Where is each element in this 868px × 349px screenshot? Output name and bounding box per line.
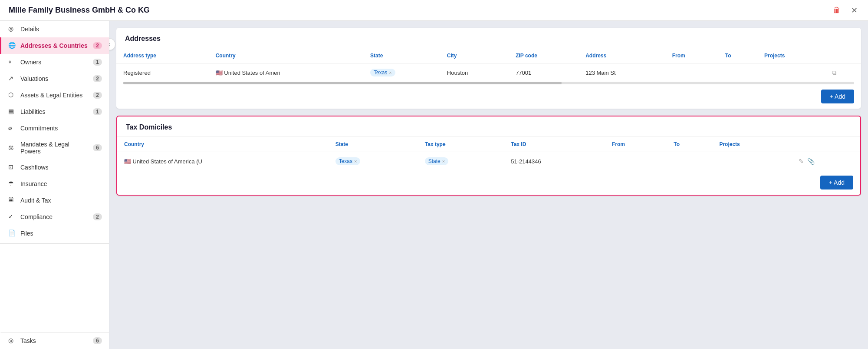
sidebar-item-label: Files <box>20 230 102 237</box>
sidebar-item-label: Tasks <box>20 337 89 344</box>
addresses-section: Addresses Address type Country State Cit… <box>116 28 861 109</box>
row-actions: ✎ 📎 <box>799 158 853 165</box>
sidebar-item-label: Liabilities <box>20 108 89 115</box>
col-to: To <box>667 137 712 152</box>
commitments-icon: ⌀ <box>8 124 16 132</box>
files-icon: 📄 <box>8 229 16 237</box>
scroll-thumb <box>123 82 562 84</box>
city-cell: Houston <box>440 63 509 82</box>
country-flag: 🇺🇸 <box>216 70 223 76</box>
sidebar-item-label: Details <box>20 26 102 33</box>
address-type-cell: Registered <box>116 63 209 82</box>
page-title: Mille Family Business GmbH & Co KG <box>9 6 150 15</box>
delete-button[interactable]: 🗑 <box>831 4 842 17</box>
app-container: Mille Family Business GmbH & Co KG 🗑 ✕ ◎… <box>0 0 868 349</box>
sidebar-item-compliance[interactable]: ✓ Compliance 2 <box>0 209 109 225</box>
to-cell <box>718 63 757 82</box>
state-remove-button[interactable]: × <box>354 159 357 164</box>
details-icon: ◎ <box>8 25 16 33</box>
sidebar-item-addresses-countries[interactable]: 🌐 Addresses & Countries 2 <box>0 37 109 54</box>
tax-domiciles-table: Country State Tax type Tax ID From To Pr… <box>117 137 860 170</box>
tasks-icon: ◎ <box>8 337 16 345</box>
sidebar-divider <box>0 243 109 244</box>
insurance-icon: ☂ <box>8 180 16 188</box>
sidebar-item-assets-legal[interactable]: ⬡ Assets & Legal Entities 2 <box>0 87 109 103</box>
sidebar-item-label: Commitments <box>20 125 102 132</box>
zip-cell: 77001 <box>509 63 579 82</box>
tax-domiciles-table-wrapper: Country State Tax type Tax ID From To Pr… <box>117 137 860 170</box>
sidebar-item-label: Audit & Tax <box>20 197 102 204</box>
sidebar-item-label: Valuations <box>20 75 89 82</box>
edit-icon[interactable]: ✎ <box>799 158 804 165</box>
content-area: Addresses Address type Country State Cit… <box>109 21 868 349</box>
col-address: Address <box>579 48 665 63</box>
col-country: Country <box>117 137 329 152</box>
tax-domiciles-section: Tax Domiciles Country State Tax type Tax… <box>116 116 861 196</box>
sidebar-item-label: Insurance <box>20 180 102 187</box>
tax-type-chip: State × <box>425 157 448 165</box>
to-cell <box>667 152 712 171</box>
col-actions <box>825 48 861 63</box>
title-bar-right: 🗑 ✕ <box>831 4 859 17</box>
sidebar-item-owners[interactable]: ⌖ Owners 1 <box>0 54 109 70</box>
state-remove-button[interactable]: × <box>389 70 391 75</box>
mandates-badge: 6 <box>93 144 102 151</box>
row-actions: ⧉ <box>832 69 854 76</box>
title-bar-left: Mille Family Business GmbH & Co KG <box>9 6 150 15</box>
addresses-section-header: Addresses <box>116 28 861 48</box>
col-actions <box>792 137 860 152</box>
sidebar-item-tasks[interactable]: ◎ Tasks 6 <box>0 332 109 349</box>
addresses-table-wrapper: Address type Country State City ZIP code… <box>116 48 861 82</box>
col-from: From <box>605 137 667 152</box>
sidebar-item-label: Assets & Legal Entities <box>20 92 89 99</box>
main-layout: ◎ Details 🌐 Addresses & Countries 2 ⌖ Ow… <box>0 21 868 349</box>
sidebar-item-cashflows[interactable]: ⊡ Cashflows <box>0 159 109 176</box>
projects-cell <box>712 152 791 171</box>
audit-icon: 🏛 <box>8 196 16 204</box>
addresses-add-button[interactable]: + Add <box>821 90 854 103</box>
table-row: 🇺🇸 United States of America (U Texas × <box>117 152 860 171</box>
tasks-badge: 6 <box>93 337 102 344</box>
sidebar-item-insurance[interactable]: ☂ Insurance <box>0 176 109 192</box>
copy-icon[interactable]: ⧉ <box>832 69 836 76</box>
addresses-badge: 2 <box>93 42 102 49</box>
col-from: From <box>665 48 718 63</box>
close-button[interactable]: ✕ <box>849 4 859 17</box>
compliance-badge: 2 <box>93 213 102 220</box>
sidebar-item-valuations[interactable]: ↗ Valuations 2 <box>0 70 109 87</box>
sidebar-item-label: Cashflows <box>20 164 102 171</box>
tax-domiciles-add-button[interactable]: + Add <box>820 176 853 189</box>
globe-icon: 🌐 <box>8 42 16 50</box>
sidebar-item-label: Compliance <box>20 213 89 220</box>
from-cell <box>665 63 718 82</box>
sidebar-item-liabilities[interactable]: ▤ Liabilities 1 <box>0 103 109 120</box>
compliance-icon: ✓ <box>8 213 16 221</box>
scroll-indicator <box>123 82 854 84</box>
col-state: State <box>363 48 440 63</box>
col-city: City <box>440 48 509 63</box>
addresses-section-title: Addresses <box>125 35 161 43</box>
owners-badge: 1 <box>93 59 102 66</box>
sidebar-item-files[interactable]: 📄 Files <box>0 225 109 242</box>
col-zip: ZIP code <box>509 48 579 63</box>
state-cell: Texas × <box>363 63 440 82</box>
tax-type-remove-button[interactable]: × <box>442 159 445 164</box>
country-cell: 🇺🇸 United States of Ameri <box>209 63 363 82</box>
sidebar-item-commitments[interactable]: ⌀ Commitments <box>0 120 109 136</box>
cashflows-icon: ⊡ <box>8 163 16 171</box>
state-cell: Texas × <box>329 152 418 171</box>
sidebar-item-audit-tax[interactable]: 🏛 Audit & Tax <box>0 192 109 209</box>
mandates-icon: ⚖ <box>8 144 16 152</box>
country-flag: 🇺🇸 <box>124 158 131 165</box>
col-projects: Projects <box>712 137 791 152</box>
row-actions-cell: ⧉ <box>825 63 861 82</box>
projects-cell <box>757 63 825 82</box>
assets-badge: 2 <box>93 92 102 99</box>
state-chip: Texas × <box>370 69 395 76</box>
attachment-icon[interactable]: 📎 <box>807 158 815 165</box>
sidebar-item-mandates[interactable]: ⚖ Mandates & Legal Powers 6 <box>0 136 109 159</box>
sidebar-item-details[interactable]: ◎ Details <box>0 21 109 37</box>
tax-domiciles-add-row: + Add <box>117 170 860 195</box>
state-chip: Texas × <box>335 157 361 165</box>
address-cell: 123 Main St <box>579 63 665 82</box>
